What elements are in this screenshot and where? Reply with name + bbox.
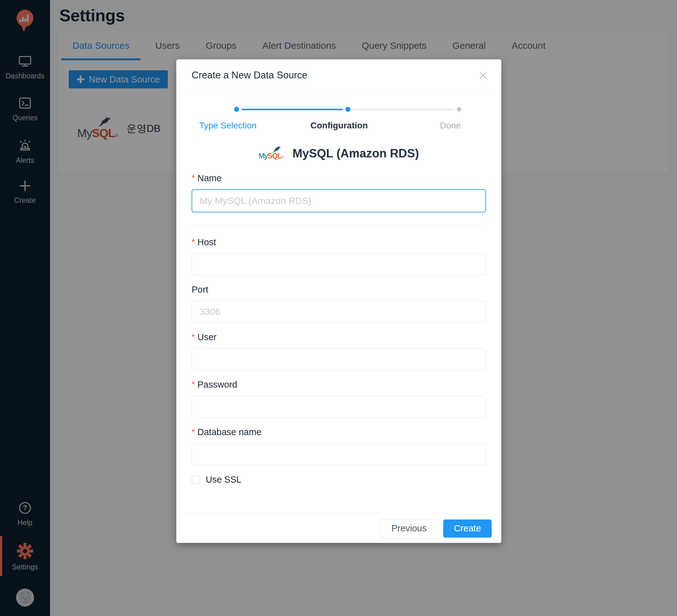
wizard-steps: Type Selection Configuration Done <box>192 107 486 141</box>
field-user: * User <box>192 332 486 370</box>
step-dot-active <box>345 107 350 112</box>
name-input[interactable] <box>192 189 486 212</box>
password-input[interactable] <box>192 396 486 418</box>
step-done: Done <box>440 121 461 131</box>
required-marker: * <box>192 380 195 389</box>
port-input[interactable] <box>192 301 486 323</box>
field-label: Host <box>197 237 216 247</box>
use-ssl-row: Use SSL <box>192 474 486 485</box>
create-button[interactable]: Create <box>443 519 492 537</box>
field-name: * Name <box>192 173 486 212</box>
field-password: * Password <box>192 380 486 418</box>
field-host: * Host <box>192 237 486 275</box>
close-icon[interactable] <box>478 70 488 80</box>
step-connector-finished <box>241 109 343 110</box>
required-marker: * <box>192 174 195 182</box>
required-marker: * <box>192 333 195 341</box>
step-type-selection[interactable]: Type Selection <box>199 121 257 131</box>
user-input[interactable] <box>192 348 486 370</box>
previous-button[interactable]: Previous <box>379 519 439 537</box>
field-database-name: * Database name <box>192 427 486 465</box>
host-input[interactable] <box>192 253 486 275</box>
field-label: Port <box>192 285 208 295</box>
use-ssl-checkbox[interactable] <box>192 475 200 484</box>
mysql-logo: MySQL® <box>259 146 287 160</box>
field-label: Database name <box>197 427 262 437</box>
source-type-name: MySQL (Amazon RDS) <box>292 147 419 160</box>
step-dot-finished <box>234 107 239 112</box>
step-dot-pending <box>457 107 461 111</box>
field-label: User <box>197 332 217 342</box>
data-source-form: * Name * Host Port <box>192 173 486 485</box>
screen: Dashboards Queries Alerts <box>0 0 677 616</box>
use-ssl-label: Use SSL <box>206 474 241 485</box>
create-data-source-modal: Create a New Data Source Type Selection … <box>176 59 501 543</box>
source-type-heading: MySQL® MySQL (Amazon RDS) <box>192 146 486 160</box>
database-name-input[interactable] <box>192 443 486 465</box>
modal-footer: Previous Create <box>176 514 501 543</box>
divider <box>192 225 486 225</box>
modal-title: Create a New Data Source <box>192 70 307 81</box>
required-marker: * <box>192 428 195 436</box>
field-label: Password <box>197 380 237 390</box>
step-configuration: Configuration <box>310 121 368 131</box>
modal-header: Create a New Data Source <box>176 59 501 91</box>
modal-body: Type Selection Configuration Done MySQL®… <box>176 91 501 514</box>
field-label: Name <box>197 173 222 183</box>
field-port: Port <box>192 285 486 323</box>
step-connector-pending <box>353 109 454 110</box>
required-marker: * <box>192 238 195 246</box>
